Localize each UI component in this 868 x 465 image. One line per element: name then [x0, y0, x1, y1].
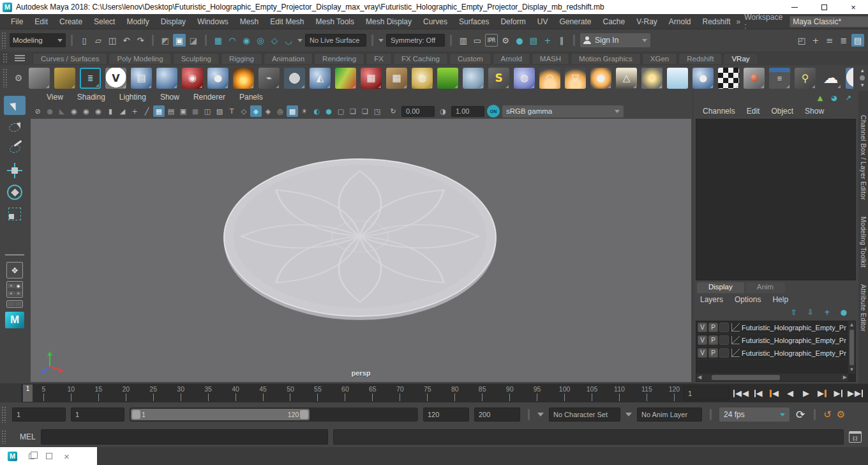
shelf-tab[interactable]: Curves / Surfaces [33, 53, 107, 64]
stack-b-icon[interactable]: ❏ [359, 105, 371, 117]
menu-set-dropdown[interactable]: Modeling [10, 33, 66, 47]
ipr-render-icon[interactable]: IPR [485, 34, 498, 47]
vray-volume-grid-fire-icon[interactable] [233, 68, 254, 89]
menu-item[interactable]: Generate [553, 17, 597, 26]
symmetry-field[interactable]: Symmetry: Off [386, 34, 445, 47]
vray-sky-icon[interactable] [667, 68, 688, 89]
snap-view-plane-icon[interactable]: ◇ [268, 34, 281, 47]
layer-row[interactable]: V P Futuristic_Holographic_Empty_Pr [696, 321, 855, 334]
playback-range-bar[interactable]: 1 120 [131, 409, 310, 420]
shelf-tab[interactable]: Rigging [221, 53, 262, 64]
image-plane-icon[interactable]: ◢ [117, 105, 128, 117]
script-editor-icon[interactable]: {;} [849, 431, 862, 443]
scroll-down-icon[interactable]: ▼ [860, 82, 865, 88]
horizontal-scrollbar[interactable]: ◀ ▶ [696, 374, 848, 381]
playback-loop-icon[interactable]: ⟳ [795, 408, 806, 421]
range-start-handle[interactable] [132, 410, 140, 419]
vray-spline-icon[interactable]: S [488, 68, 509, 89]
viewport-canvas[interactable]: persp [31, 119, 691, 382]
snap-together-icon[interactable]: ● [44, 105, 56, 117]
vray-proxy-icon[interactable]: ▦ [361, 68, 382, 89]
playback-start-field[interactable]: 1 [71, 408, 124, 422]
shelf-tab[interactable]: XGen [642, 53, 677, 64]
channel-box-menu-item[interactable]: Show [799, 107, 830, 116]
shelf-menu-icon[interactable] [15, 55, 25, 61]
vray-rect-light-icon[interactable]: ▽ [565, 68, 586, 89]
menu-item[interactable]: Edit Mesh [264, 17, 310, 26]
cloud-icon[interactable]: ☁ [820, 68, 841, 89]
vray-scene-icon[interactable]: ▦ [386, 68, 407, 89]
scale-tool-icon[interactable] [4, 204, 26, 224]
vray-sun-light-icon[interactable]: ☀ [641, 68, 662, 89]
move-layer-down-icon[interactable]: ⇩ [805, 307, 816, 317]
menu-item[interactable]: Mesh Display [360, 17, 417, 26]
layer-row[interactable]: V P Futuristic_Holographic_Empty_Pr [696, 334, 855, 347]
shelf-tab[interactable]: Rendering [314, 53, 364, 64]
move-tool-icon[interactable] [4, 161, 26, 180]
contrast-field[interactable]: 1.00 [451, 106, 484, 117]
viewport-menu-item[interactable]: Show [153, 93, 186, 102]
drag-grip[interactable] [0, 384, 22, 402]
vray-mesh-import-icon[interactable] [54, 68, 75, 89]
drag-grip[interactable] [1, 406, 7, 423]
menu-item[interactable]: Modify [121, 17, 154, 26]
timeline-ticks[interactable]: 1 51015202530354045505560657075808590951… [22, 384, 680, 402]
vray-material-library-icon[interactable]: ▤ [131, 68, 152, 89]
vray-material-spheres-icon[interactable]: ● [207, 68, 228, 89]
vertical-scrollbar[interactable]: ▲ ▼ [848, 321, 855, 374]
restore-icon[interactable] [29, 454, 34, 459]
hud-text-icon[interactable]: T [226, 105, 237, 117]
chevron-down-icon[interactable] [378, 39, 384, 42]
chevron-down-icon[interactable] [297, 39, 303, 42]
gate-mask-icon[interactable]: ■ [190, 105, 201, 117]
step-back-frame-button[interactable]: ◀ [752, 386, 765, 400]
viewport-menu-item[interactable]: Lighting [112, 93, 153, 102]
step-forward-key-button[interactable]: ▶ [816, 386, 828, 400]
vray-ies-light-icon[interactable]: △ [616, 68, 637, 89]
layer-display-type-toggle[interactable] [719, 348, 729, 358]
bookmark-icon[interactable]: ▮ [105, 105, 116, 117]
layer-editor-menu-item[interactable]: Options [729, 295, 767, 304]
layer-editor-tab[interactable]: Display [697, 282, 744, 293]
vray-light-meter-icon[interactable] [156, 68, 177, 89]
shelf-tab[interactable]: FX Caching [393, 53, 448, 64]
render-view-shelf-icon[interactable] [744, 68, 765, 89]
redo-icon[interactable]: ↷ [134, 34, 147, 47]
show-channel-box-icon[interactable]: ≡ [823, 34, 836, 47]
layer-row[interactable]: V P Futuristic_Holographic_Empty_Pr [696, 347, 855, 360]
layer-editor-tab[interactable]: Anim [745, 282, 785, 293]
resolution-gate-icon[interactable]: ▣ [177, 105, 189, 117]
vray-clipper-icon[interactable]: ◭ [310, 68, 331, 89]
save-scene-icon[interactable]: ◫ [106, 34, 119, 47]
close-icon[interactable]: × [64, 452, 70, 461]
menu-item[interactable]: Redshift [697, 17, 737, 26]
vray-checker-icon[interactable] [718, 68, 739, 89]
scroll-up-icon[interactable]: ▲ [860, 68, 865, 73]
render-sphere-icon[interactable]: ● [513, 34, 526, 47]
layer-visibility-toggle[interactable]: V [698, 323, 707, 332]
viewport-menu-item[interactable]: Shading [70, 93, 112, 102]
menu-item[interactable]: Deform [495, 17, 531, 26]
shelf-tab[interactable]: MASH [532, 53, 569, 64]
sign-in-dropdown[interactable]: Sign In [580, 33, 650, 47]
safe-action-icon[interactable]: ▨ [214, 105, 225, 117]
create-layer-from-selected-icon[interactable]: ● [838, 307, 849, 317]
layer-playback-toggle[interactable]: P [708, 348, 718, 358]
smooth-shade-icon[interactable]: ◆ [250, 105, 262, 117]
wireframe-icon[interactable]: ◇ [238, 105, 250, 117]
shelf-tab[interactable]: FX [366, 53, 392, 64]
color-management-toggle[interactable]: ON [487, 105, 500, 118]
render-current-frame-icon[interactable]: ▭ [471, 34, 484, 47]
snap-grid-icon[interactable]: ▦ [212, 34, 225, 47]
shadows-icon[interactable]: ◐ [311, 105, 322, 117]
current-frame-field[interactable]: 1 [684, 386, 730, 400]
film-gate-icon[interactable]: ▤ [165, 105, 177, 117]
layer-color-swatch[interactable] [730, 348, 740, 358]
channel-box-menu-item[interactable]: Edit [741, 107, 766, 116]
shelf-tab[interactable]: Motion Graphics [571, 53, 641, 64]
fps-dropdown[interactable]: 24 fps [719, 408, 789, 422]
menu-item[interactable]: Curves [417, 17, 453, 26]
isolate-select-icon[interactable]: ▢ [335, 105, 347, 117]
layer-editor-menu-item[interactable]: Layers [694, 295, 729, 304]
hypershade-icon[interactable]: + [541, 34, 554, 47]
